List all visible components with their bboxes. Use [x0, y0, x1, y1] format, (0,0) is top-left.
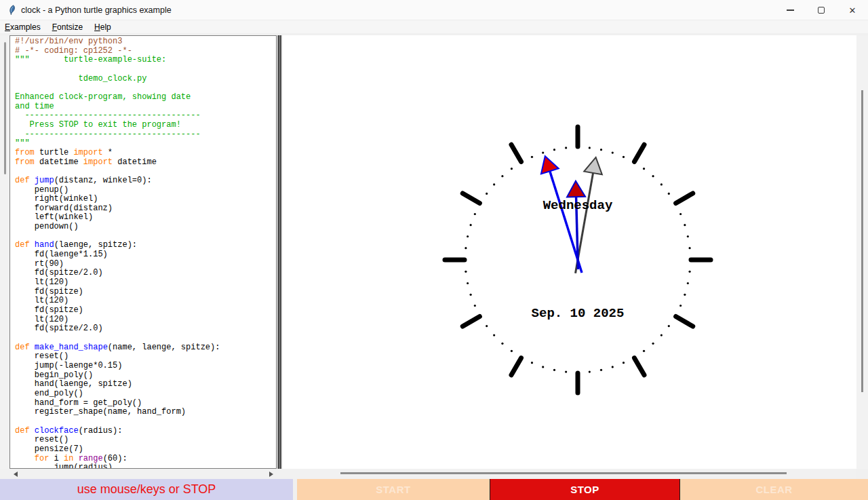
minute-dot [668, 193, 670, 195]
canvas-vertical-scrollbar-thumb[interactable] [861, 90, 863, 392]
minute-dot [501, 343, 503, 345]
code-text: #!/usr/bin/env python3# -*- coding: cp12… [10, 36, 276, 469]
menu-bar: ExamplesFontsizeHelp [0, 20, 868, 33]
minute-dot [684, 224, 686, 226]
title-bar: clock - a Python turtle graphics example… [0, 0, 868, 20]
minute-dot [542, 366, 544, 368]
code-line: register_shape(name, hand_form) [15, 408, 276, 417]
editor-vertical-scrollbar-thumb[interactable] [4, 42, 6, 174]
minute-dot [474, 213, 476, 215]
minute-dot [565, 370, 567, 372]
code-line: hand_form = get_poly() [15, 399, 276, 408]
minute-dot [652, 175, 654, 177]
code-line: fd(spitze) [15, 306, 276, 315]
code-line: fd(spitze) [15, 288, 276, 297]
code-line [15, 83, 276, 93]
maximize-button[interactable] [806, 0, 837, 20]
code-line: lt(120) [15, 278, 276, 288]
code-line: right(winkel) [15, 195, 276, 204]
pane-divider [277, 35, 283, 479]
minute-dot [542, 152, 544, 154]
minute-dot [511, 168, 513, 170]
code-line: and time [15, 102, 276, 112]
editor-horizontal-scrollbar[interactable] [0, 469, 283, 479]
code-line: tdemo_clock.py [15, 75, 276, 84]
code-line: reset() [15, 436, 276, 445]
code-line: for i in range(60): [15, 455, 276, 464]
code-line: jump(-laenge*0.15) [15, 362, 276, 371]
code-editor[interactable]: #!/usr/bin/env python3# -*- coding: cp12… [9, 35, 277, 469]
code-line: pensize(7) [15, 445, 276, 455]
minute-dot [511, 350, 513, 352]
minute-dot [623, 362, 625, 364]
status-bar: use mouse/keys or STOP START STOP CLEAR [0, 479, 868, 500]
menu-examples[interactable]: Examples [5, 22, 41, 32]
minute-dot [589, 147, 591, 149]
stop-button[interactable]: STOP [490, 479, 680, 500]
minute-dot [493, 334, 495, 336]
clear-button[interactable]: CLEAR [680, 479, 868, 500]
minute-dot [687, 235, 689, 237]
minute-dot [467, 282, 469, 284]
code-line: hand(laenge, spitze) [15, 380, 276, 389]
minute-dot [684, 294, 686, 296]
code-line: pendown() [15, 223, 276, 232]
minute-dot [470, 294, 472, 296]
scroll-left-arrow-icon[interactable] [14, 472, 18, 477]
code-line: fd(laenge*1.15) [15, 250, 276, 260]
code-line: jump(radius) [15, 463, 276, 469]
second-hand [576, 157, 602, 273]
scrollbar-row [0, 469, 868, 479]
menu-fontsize[interactable]: Fontsize [52, 22, 83, 32]
minute-dot [623, 156, 625, 158]
code-line: #!/usr/bin/env python3 [15, 37, 276, 47]
minute-dot [531, 156, 533, 158]
canvas-vertical-scrollbar[interactable] [856, 35, 868, 469]
code-line [15, 232, 276, 242]
code-line: from datetime import datetime [15, 158, 276, 168]
code-line [15, 334, 276, 343]
minute-dot [600, 369, 602, 371]
minute-dot [679, 305, 682, 307]
minute-dot [612, 152, 614, 154]
minute-dot [493, 183, 495, 185]
minute-dot [553, 149, 555, 151]
minute-dot [470, 224, 472, 226]
code-line: Press STOP to exit the program! [15, 121, 276, 130]
hour-tick [462, 317, 479, 327]
code-line: ------------------------------------ [15, 111, 276, 121]
code-line: lt(120) [15, 315, 276, 325]
editor-vertical-scrollbar[interactable] [0, 35, 9, 469]
minute-dot [643, 350, 645, 352]
menu-help[interactable]: Help [94, 22, 111, 32]
minute-dot [501, 175, 503, 177]
code-line [15, 417, 276, 427]
minute-dot [474, 305, 476, 307]
code-line: ------------------------------------ [15, 130, 276, 140]
code-line: Enhanced clock-program, showing date [15, 93, 276, 102]
minimize-button[interactable] [774, 0, 806, 20]
canvas-horizontal-scrollbar-thumb[interactable] [340, 472, 787, 474]
minute-dot [465, 247, 467, 249]
code-line: left(winkel) [15, 213, 276, 223]
scroll-right-arrow-icon[interactable] [269, 472, 273, 477]
code-line: lt(120) [15, 296, 276, 306]
code-line: begin_poly() [15, 371, 276, 381]
close-button[interactable]: ✕ [837, 0, 868, 20]
code-line: fd(spitze/2.0) [15, 269, 276, 278]
code-line: """ turtle-example-suite: [15, 56, 276, 65]
canvas-horizontal-scrollbar[interactable] [283, 469, 856, 479]
code-line: from turtle import * [15, 149, 276, 158]
code-line: # -*- coding: cp1252 -*- [15, 47, 276, 56]
code-line: """ [15, 139, 276, 149]
close-icon: ✕ [849, 6, 856, 15]
code-line: end_poly() [15, 389, 276, 399]
minute-dot [660, 183, 663, 185]
turtle-canvas[interactable]: WednesdaySep. 10 2025 [283, 35, 856, 469]
minute-dot [688, 271, 690, 273]
hour-tick [635, 145, 645, 161]
weekday-label: Wednesday [543, 198, 613, 213]
code-line [15, 65, 276, 75]
minute-dot [589, 370, 591, 372]
start-button[interactable]: START [297, 479, 490, 500]
